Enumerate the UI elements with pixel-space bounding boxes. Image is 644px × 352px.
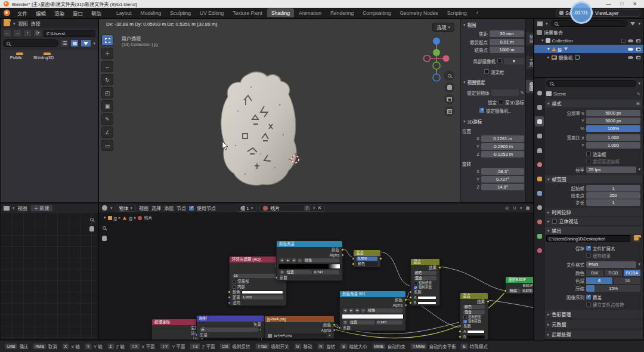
local-camera-checkbox[interactable] bbox=[497, 58, 502, 63]
color-input-field[interactable]: 颜色 bbox=[357, 262, 377, 266]
frame-end-field[interactable]: 250 bbox=[586, 192, 640, 199]
distance-field[interactable]: 1.000 bbox=[242, 295, 283, 299]
outliner-row-scene-collection[interactable]: 场景集合 bbox=[534, 28, 643, 36]
frame-start-field[interactable]: 1 bbox=[586, 185, 640, 192]
parent-dir-button[interactable]: ↑ bbox=[23, 29, 32, 37]
input-socket[interactable] bbox=[352, 257, 355, 260]
hide-eye-icon[interactable] bbox=[628, 56, 633, 59]
outliner-row-collection[interactable]: ▾ Collection bbox=[534, 36, 643, 45]
add-workspace-button[interactable]: + bbox=[472, 8, 483, 17]
color-bw-button[interactable]: BW bbox=[586, 270, 603, 276]
interpolation-dropdown[interactable]: 线性 bbox=[367, 308, 402, 313]
render-region-checkbox[interactable] bbox=[586, 152, 591, 156]
axis-z-positive[interactable] bbox=[433, 38, 440, 45]
output-socket[interactable] bbox=[438, 266, 441, 269]
tab-scene-properties[interactable] bbox=[535, 145, 544, 155]
aspect-y-field[interactable]: 1.000 bbox=[586, 142, 640, 149]
prev-stop-button[interactable]: ◂ bbox=[280, 258, 284, 263]
axis-x-negative[interactable] bbox=[424, 55, 431, 62]
output-socket[interactable] bbox=[333, 323, 336, 326]
output-socket[interactable] bbox=[404, 304, 407, 307]
remove-stop-button[interactable]: − bbox=[361, 308, 366, 313]
display-list-button[interactable]: ☰ bbox=[60, 39, 69, 47]
section-format[interactable]: ▾格式☰ bbox=[545, 100, 642, 107]
lock-to-cursor-checkbox[interactable] bbox=[499, 100, 503, 104]
menu-edit[interactable]: 编辑 bbox=[32, 8, 49, 18]
output-socket[interactable] bbox=[341, 254, 344, 257]
input-socket[interactable] bbox=[459, 330, 462, 333]
input-socket[interactable] bbox=[504, 289, 507, 292]
node-mix-small[interactable]: 混合 0.900 颜色 bbox=[353, 249, 381, 267]
view-layer-selector[interactable]: ViewLayer bbox=[586, 9, 640, 17]
filter-chevron-icon[interactable]: ▾ bbox=[638, 21, 640, 26]
tab-rendering[interactable]: Rendering bbox=[326, 8, 358, 17]
tool-scale[interactable]: ◰ bbox=[101, 87, 113, 98]
compression-slider[interactable]: 15% bbox=[586, 285, 640, 292]
editor-type-chevron-icon[interactable]: ▾ bbox=[13, 21, 16, 26]
section-post-processing[interactable]: ▸后期处理 bbox=[545, 331, 642, 338]
tool-add-cube[interactable]: ▭ bbox=[101, 140, 113, 151]
unlink-image-button[interactable]: ✕ bbox=[328, 333, 331, 338]
blend-mode-dropdown[interactable]: 混合 bbox=[414, 276, 436, 280]
disable-render-icon[interactable] bbox=[636, 47, 640, 51]
tab-view[interactable]: 视图 bbox=[526, 80, 534, 93]
back-button[interactable]: ← bbox=[3, 29, 11, 37]
tab-layout[interactable]: Layout bbox=[112, 8, 136, 17]
tab-tool-properties[interactable] bbox=[535, 88, 544, 98]
path-field[interactable]: C:\Users\ bbox=[44, 30, 95, 37]
node-title[interactable]: 颜色渐变 bbox=[277, 241, 342, 247]
prev-stop-button[interactable]: ◂ bbox=[343, 308, 348, 313]
eyedropper-icon[interactable]: ✎ bbox=[637, 91, 640, 97]
properties-options-chevron-icon[interactable]: ▾ bbox=[638, 81, 640, 86]
stereoscopy-checkbox[interactable] bbox=[552, 219, 557, 224]
outliner-row-object-camera[interactable]: ▸ 摄像机 bbox=[534, 53, 643, 61]
section-metadata[interactable]: ▸元数据 bbox=[545, 320, 642, 328]
node-title[interactable]: 纹理坐标 bbox=[152, 319, 202, 325]
overwrite-checkbox[interactable] bbox=[586, 295, 591, 299]
refresh-button[interactable]: ⟳ bbox=[33, 29, 42, 37]
res-y-field[interactable]: 5000 px bbox=[586, 118, 640, 124]
tab-particle-properties[interactable] bbox=[535, 202, 544, 212]
section-frame-range[interactable]: ▾帧范围 bbox=[545, 175, 642, 183]
input-socket[interactable] bbox=[275, 276, 278, 279]
data-type-dropdown[interactable]: 颜色 bbox=[414, 271, 436, 275]
node-mix-2[interactable]: 混合 结果 颜色 混合 钳制结果 钳制系数 系数 A B bbox=[460, 292, 488, 340]
section-view[interactable]: ▾视图 bbox=[463, 21, 476, 28]
color-a-swatch[interactable] bbox=[417, 296, 436, 299]
input-socket[interactable] bbox=[228, 291, 231, 294]
mapping-type-dropdown[interactable]: 点 bbox=[200, 328, 258, 332]
node-title[interactable]: 颜色渐变.001 bbox=[340, 291, 405, 297]
properties-search-input[interactable] bbox=[546, 80, 636, 87]
blender-menu-icon[interactable] bbox=[4, 10, 10, 16]
pan-hand-icon[interactable] bbox=[89, 226, 94, 231]
disable-render-icon[interactable] bbox=[636, 55, 640, 59]
hide-eye-icon[interactable] bbox=[628, 39, 633, 42]
res-x-field[interactable]: 5000 px bbox=[586, 110, 640, 116]
node-title[interactable]: 漫射BSDF bbox=[506, 277, 534, 283]
tab-compositing[interactable]: Compositing bbox=[358, 8, 395, 17]
tool-move[interactable]: ↔ bbox=[101, 61, 113, 72]
tab-geometry-nodes[interactable]: Geometry Nodes bbox=[395, 8, 442, 17]
color-rgb-button[interactable]: RGB bbox=[605, 270, 621, 276]
color-rgba-button[interactable]: RGBA bbox=[624, 270, 640, 276]
disable-render-icon[interactable] bbox=[636, 39, 640, 42]
section-stereoscopy[interactable]: ▸立体视法 bbox=[545, 217, 642, 225]
tab-animation[interactable]: Animation bbox=[295, 8, 326, 17]
tool-rotate[interactable]: ↻ bbox=[101, 74, 113, 85]
input-socket[interactable] bbox=[352, 263, 355, 265]
tab-tool[interactable]: 工具 bbox=[526, 56, 534, 69]
cursor-z-field[interactable]: -0.1253 m bbox=[481, 151, 524, 158]
zoom-icon[interactable] bbox=[90, 218, 94, 221]
tab-item[interactable]: 条目 bbox=[526, 32, 534, 45]
viewport-perspective-toggle-button[interactable] bbox=[444, 106, 454, 116]
options-dropdown[interactable]: 选项 ▾ bbox=[432, 23, 454, 32]
add-stop-button[interactable]: ＋ bbox=[292, 258, 296, 263]
file-search-input[interactable] bbox=[3, 39, 58, 47]
blend-mode-dropdown[interactable]: 混合 bbox=[463, 310, 485, 314]
viewport-zoom-button[interactable] bbox=[444, 70, 454, 81]
add-stop-button[interactable]: ＋ bbox=[355, 308, 360, 313]
section-time-stretch[interactable]: ▸时间拉伸 bbox=[545, 208, 642, 216]
cache-result-checkbox[interactable] bbox=[586, 253, 591, 258]
tab-material-properties[interactable] bbox=[535, 245, 544, 255]
node-mix-1[interactable]: 混合 结果 颜色 混合 钳制结果 钳制系数 系数 A B bbox=[410, 258, 440, 306]
